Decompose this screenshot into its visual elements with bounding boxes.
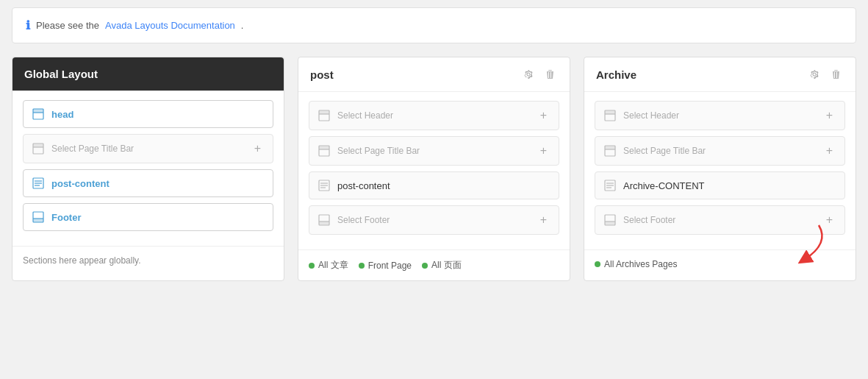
gear-button-post[interactable] [520, 68, 537, 81]
row-label-post-0: Select Header [337, 110, 530, 121]
svg-rect-4 [33, 144, 43, 147]
layout-row-post-3: Select Footer+ [309, 205, 559, 235]
layout-columns: Global Layout head Select Page Title Bar… [12, 57, 856, 296]
card-body-post: Select Header+ Select Page Title Bar+ po… [298, 92, 570, 249]
row-label-archive-3: Select Footer [623, 215, 816, 225]
dot-label: All 文章 [318, 259, 348, 272]
card-footer-archive: All Archives Pages [584, 249, 856, 278]
row-label-global-layout-3: Footer [51, 212, 264, 223]
row-label-global-layout-2: post-content [51, 178, 264, 189]
add-button-archive-0[interactable]: + [823, 109, 836, 122]
add-button-post-1[interactable]: + [537, 144, 550, 157]
card-title-global-layout: Global Layout [24, 68, 98, 80]
delete-button-archive[interactable] [828, 68, 844, 81]
layout-row-archive-3: Select Footer+ [595, 205, 845, 235]
card-header-global-layout: Global Layout [12, 57, 284, 91]
add-button-archive-3[interactable]: + [823, 213, 836, 227]
content-icon [604, 180, 616, 191]
layout-row-post-2: post-content [309, 171, 559, 199]
add-button-post-3[interactable]: + [537, 213, 550, 227]
layout-row-archive-1: Select Page Title Bar+ [595, 136, 845, 166]
footer-icon [32, 211, 44, 223]
layout-row-global-layout-2[interactable]: post-content [23, 169, 273, 197]
notice-period: . [241, 20, 244, 31]
status-dot [359, 263, 365, 269]
card-title-archive: Archive [596, 68, 636, 81]
row-label-archive-2: Archive-CONTENT [623, 180, 836, 191]
header-icon [604, 110, 616, 121]
svg-rect-14 [319, 110, 329, 114]
status-dot [595, 261, 600, 267]
footer-icon [604, 214, 616, 226]
footer-icon [318, 214, 330, 226]
layout-row-global-layout-3[interactable]: Footer [23, 203, 273, 231]
header-icon [604, 145, 616, 157]
content-icon [318, 180, 330, 191]
info-icon: ℹ [26, 18, 30, 32]
card-body-global-layout: head Select Page Title Bar+ post-content… [12, 91, 284, 246]
svg-rect-24 [319, 222, 329, 225]
layout-row-post-1: Select Page Title Bar+ [309, 136, 559, 166]
add-button-global-layout-1[interactable]: + [251, 142, 264, 155]
svg-rect-1 [33, 109, 43, 113]
card-header-post: post [298, 57, 570, 92]
card-footer-global-layout: Sections here appear globally. [12, 246, 284, 274]
row-label-post-1: Select Page Title Bar [337, 146, 530, 156]
row-label-post-2: post-content [337, 180, 550, 191]
svg-rect-11 [33, 219, 43, 222]
layout-row-global-layout-1: Select Page Title Bar+ [23, 134, 273, 163]
layout-row-post-0: Select Header+ [309, 101, 559, 130]
layout-row-global-layout-0[interactable]: head [23, 100, 273, 128]
notice-text: Please see the [36, 20, 99, 31]
docs-link[interactable]: Avada Layouts Documentation [105, 20, 235, 31]
row-label-archive-0: Select Header [623, 110, 816, 121]
header-icon [318, 145, 330, 157]
footer-dot-item: All 页面 [422, 259, 462, 272]
add-button-archive-1[interactable]: + [823, 144, 836, 157]
card-global-layout: Global Layout head Select Page Title Bar… [12, 57, 284, 281]
gear-button-archive[interactable] [806, 68, 822, 81]
delete-button-post[interactable] [542, 68, 558, 81]
status-dot [309, 263, 315, 269]
card-footer-post: All 文章Front PageAll 页面 [298, 249, 570, 280]
card-header-archive: Archive [584, 57, 856, 92]
header-icon [32, 143, 44, 155]
card-body-archive: Select Header+ Select Page Title Bar+ Ar… [584, 92, 856, 249]
svg-rect-27 [605, 110, 615, 114]
card-post: post Select Header+ Select Page Title Ba… [298, 57, 570, 281]
svg-rect-30 [605, 146, 615, 149]
layout-row-archive-2: Archive-CONTENT [595, 171, 845, 199]
status-dot [422, 263, 428, 269]
layout-row-archive-0: Select Header+ [595, 101, 845, 130]
row-label-global-layout-1: Select Page Title Bar [51, 144, 244, 154]
add-button-post-0[interactable]: + [537, 109, 550, 122]
content-icon [32, 177, 44, 189]
row-label-post-3: Select Footer [337, 215, 530, 225]
svg-rect-37 [605, 222, 615, 225]
svg-rect-17 [319, 146, 329, 149]
header-icon [318, 110, 330, 121]
card-title-post: post [310, 68, 334, 81]
dot-label: All 页面 [431, 259, 462, 272]
card-archive: Archive Select Header+ Select Page Title… [584, 57, 856, 281]
row-label-global-layout-0: head [51, 109, 264, 120]
dot-label: All Archives Pages [604, 259, 677, 269]
header-icon [32, 108, 44, 120]
footer-dot-item: Front Page [359, 261, 412, 271]
footer-dot-item: All 文章 [309, 259, 348, 272]
top-notice: ℹ Please see the Avada Layouts Documenta… [12, 7, 856, 43]
footer-dot-item: All Archives Pages [595, 259, 677, 269]
dot-label: Front Page [368, 261, 412, 271]
row-label-archive-1: Select Page Title Bar [623, 146, 816, 156]
